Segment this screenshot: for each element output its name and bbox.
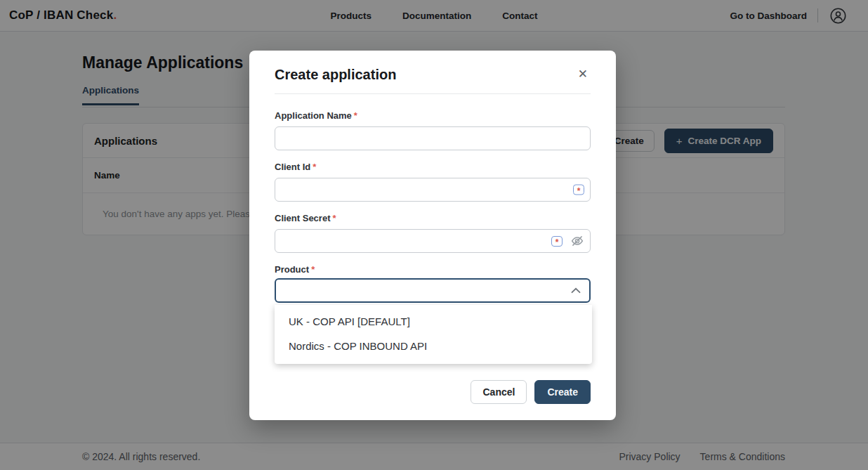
- chevron-up-icon: [571, 287, 581, 294]
- product-label: Product*: [275, 264, 591, 275]
- modal-title: Create application: [275, 66, 396, 83]
- modal-create-button[interactable]: Create: [534, 380, 591, 404]
- dropdown-option-nordics-cop-inbound-api[interactable]: Nordics - COP INBOUND API: [275, 334, 592, 358]
- modal-form: Application Name* Client Id* * Client Se…: [249, 110, 616, 303]
- required-asterisk: *: [313, 162, 316, 172]
- dropdown-option-uk-cop-api[interactable]: UK - COP API [DEFAULT]: [275, 309, 592, 334]
- application-name-label: Application Name*: [275, 110, 591, 121]
- application-name-wrap: [275, 126, 591, 150]
- eye-off-icon: [570, 235, 584, 247]
- modal-header: Create application ✕: [249, 51, 616, 83]
- client-secret-input-icons: *: [551, 235, 584, 247]
- modal-title-divider: [275, 93, 591, 94]
- product-select[interactable]: [275, 278, 591, 303]
- cancel-button[interactable]: Cancel: [471, 380, 527, 404]
- application-name-input[interactable]: [275, 126, 591, 150]
- close-icon[interactable]: ✕: [575, 66, 591, 83]
- label-text: Client Id: [275, 162, 310, 172]
- label-text: Application Name: [275, 110, 352, 121]
- toggle-visibility-button[interactable]: [570, 235, 584, 247]
- autofill-icon[interactable]: *: [551, 236, 563, 247]
- required-asterisk: *: [311, 264, 315, 275]
- client-id-label: Client Id*: [275, 162, 591, 172]
- product-select-wrap: UK - COP API [DEFAULT] Nordics - COP INB…: [275, 278, 591, 303]
- required-asterisk: *: [354, 110, 357, 121]
- create-application-modal: Create application ✕ Application Name* C…: [249, 51, 616, 420]
- client-id-input-icons: *: [573, 185, 584, 195]
- modal-actions: Cancel Create: [471, 380, 591, 404]
- client-id-input[interactable]: [275, 178, 591, 202]
- label-text: Product: [275, 264, 309, 275]
- client-secret-wrap: *: [275, 229, 591, 253]
- product-dropdown-menu: UK - COP API [DEFAULT] Nordics - COP INB…: [275, 305, 592, 364]
- autofill-icon[interactable]: *: [573, 185, 584, 195]
- client-secret-label: Client Secret*: [275, 213, 591, 223]
- client-secret-input[interactable]: [275, 229, 591, 253]
- required-asterisk: *: [332, 213, 336, 223]
- label-text: Client Secret: [275, 213, 330, 223]
- client-id-wrap: *: [275, 178, 591, 202]
